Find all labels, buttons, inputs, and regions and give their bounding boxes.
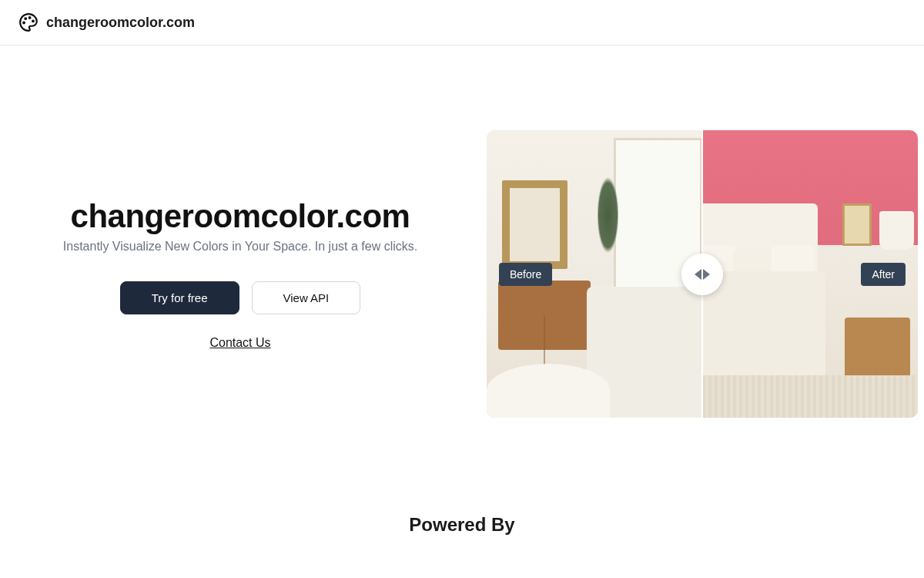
site-header: changeroomcolor.com <box>0 0 924 45</box>
hero-image: Before After <box>487 130 918 418</box>
arrow-right-icon <box>703 269 710 280</box>
svg-point-1 <box>32 21 34 22</box>
hero-subtitle: Instantly Visualize New Colors in Your S… <box>63 240 417 254</box>
powered-by-heading: Powered By <box>0 514 924 536</box>
before-after-slider[interactable]: Before After <box>487 130 918 418</box>
svg-point-2 <box>25 18 26 19</box>
contact-us-link[interactable]: Contact Us <box>209 336 270 350</box>
slider-handle[interactable] <box>681 254 723 295</box>
svg-point-0 <box>29 17 31 18</box>
hero-title: changeroomcolor.com <box>71 198 410 235</box>
palette-icon <box>18 12 38 32</box>
svg-point-3 <box>23 22 25 24</box>
try-for-free-button[interactable]: Try for free <box>120 281 239 314</box>
before-badge: Before <box>499 263 552 286</box>
hero-section: changeroomcolor.com Instantly Visualize … <box>0 45 924 464</box>
arrow-left-icon <box>695 269 701 280</box>
hero-content: changeroomcolor.com Instantly Visualize … <box>25 198 456 350</box>
hero-buttons: Try for free View API <box>120 281 361 314</box>
view-api-button[interactable]: View API <box>252 281 361 314</box>
brand-name[interactable]: changeroomcolor.com <box>46 15 195 31</box>
after-badge: After <box>861 263 906 286</box>
